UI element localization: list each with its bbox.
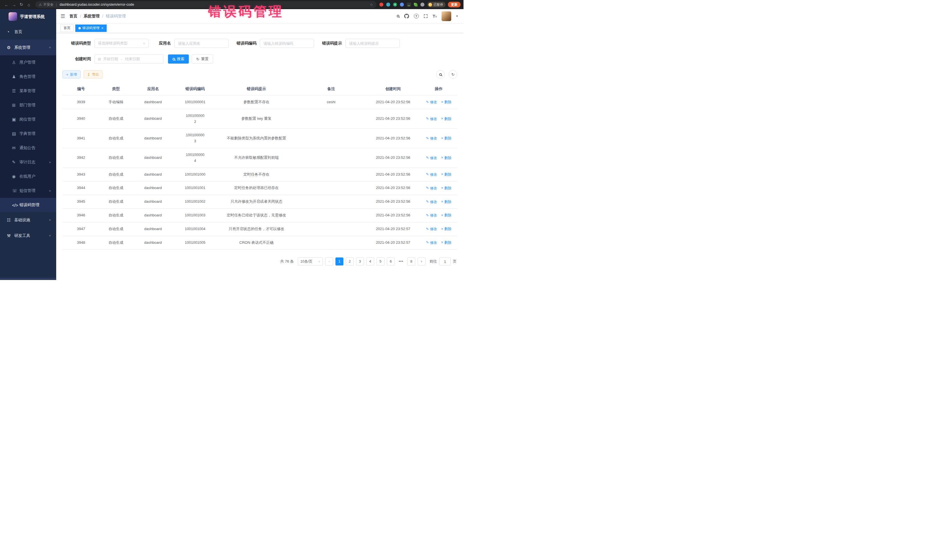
table-row: 3944 自动生成 dashboard 1001001001 定时任务的处理器已… [62, 181, 457, 195]
edit-link[interactable]: ✎ 修改 [426, 155, 437, 161]
app-logo[interactable]: 芋道管理系统 [0, 9, 56, 24]
delete-link[interactable]: × 删除 [441, 226, 451, 232]
delete-link[interactable]: × 删除 [441, 155, 451, 161]
delete-link[interactable]: × 删除 [441, 212, 451, 218]
cell-code: 1001000001 [174, 96, 216, 109]
page-button[interactable]: 5 [377, 258, 384, 266]
refresh-table-button[interactable]: ↻ [449, 70, 457, 79]
chevron-down-icon[interactable]: ▾ [456, 14, 458, 18]
address-bar[interactable]: ⚠ 不安全 | dashboard.yudao.iocoder.cn/syste… [35, 1, 377, 8]
extension-drop-icon[interactable] [386, 3, 390, 6]
sidebar-item[interactable]: ⊞ 部门管理 [0, 98, 56, 112]
sidebar-collapse-bar[interactable] [0, 278, 56, 280]
delete-link[interactable]: × 删除 [441, 240, 451, 246]
sidebar-item[interactable]: ☷ 基础设施 ∨ [0, 212, 56, 228]
extension-pin-icon[interactable] [421, 3, 424, 6]
export-button[interactable]: ↧ 导出 [84, 70, 103, 78]
sidebar-item[interactable]: </> 错误码管理 [0, 198, 56, 212]
breadcrumb-system[interactable]: 系统管理 [84, 14, 100, 19]
sidebar-item[interactable]: ♙ 用户管理 [0, 55, 56, 70]
tab-home[interactable]: 首页 [61, 24, 74, 32]
sidebar-item[interactable]: ▤ 字典管理 [0, 127, 56, 141]
error-type-select[interactable]: 请选择错误码类型 ∨ [94, 39, 149, 48]
page-button[interactable]: 2 [346, 258, 354, 266]
tab-close-icon[interactable]: × [101, 26, 103, 30]
hamburger-icon[interactable]: ☰ [61, 13, 65, 20]
tab-error-code[interactable]: 错误码管理 × [75, 24, 107, 32]
sidebar-item[interactable]: ◔ 首页 [0, 24, 56, 39]
delete-link[interactable]: × 删除 [441, 116, 451, 122]
delete-label: 删除 [444, 199, 451, 205]
page-button[interactable]: 1 [336, 258, 343, 266]
extension-people-icon[interactable] [400, 3, 404, 6]
github-icon[interactable] [404, 14, 409, 18]
edit-link[interactable]: ✎ 修改 [426, 212, 437, 218]
page-buttons: 123456•••8 [336, 258, 415, 266]
help-icon[interactable]: ? [414, 14, 419, 18]
sidebar-item[interactable]: ☏ 短信管理 ∨ [0, 184, 56, 198]
page-button[interactable]: 4 [366, 258, 374, 266]
sidebar-item[interactable]: ◉ 在线用户 [0, 169, 56, 184]
page-button[interactable]: ••• [397, 258, 405, 266]
user-avatar[interactable] [442, 11, 451, 21]
delete-link[interactable]: × 删除 [441, 185, 451, 191]
app-title: 芋道管理系统 [20, 14, 45, 20]
sidebar-item[interactable]: ☰ 菜单管理 [0, 84, 56, 98]
search-button[interactable]: 搜索 [168, 55, 189, 64]
edit-link[interactable]: ✎ 修改 [426, 135, 437, 141]
add-button[interactable]: + 新增 [62, 70, 81, 78]
edit-link[interactable]: ✎ 修改 [426, 226, 437, 232]
error-code-input[interactable] [260, 39, 314, 48]
browser-forward-icon[interactable]: → [10, 2, 18, 7]
sidebar-item-icon: ⚙ [7, 45, 14, 50]
font-size-icon[interactable]: TT [433, 14, 437, 18]
extension-record-icon[interactable] [379, 3, 383, 6]
extension-on-icon[interactable]: on [407, 3, 411, 6]
fullscreen-icon[interactable] [424, 14, 428, 18]
app-name-input[interactable] [174, 39, 228, 48]
edit-link[interactable]: ✎ 修改 [426, 199, 437, 205]
edit-link[interactable]: ✎ 修改 [426, 99, 437, 105]
breadcrumb-home[interactable]: 首页 [69, 14, 77, 19]
bookmark-star-icon[interactable]: ☆ [370, 3, 373, 7]
delete-link[interactable]: × 删除 [441, 135, 451, 141]
column-header: 错误码编码 [174, 83, 216, 96]
page-button[interactable]: 8 [407, 258, 415, 266]
prev-page-button[interactable]: ‹ [325, 258, 333, 266]
browser-reload-icon[interactable]: ↻ [18, 2, 25, 7]
sidebar-item[interactable]: ▣ 岗位管理 [0, 112, 56, 127]
edit-link[interactable]: ✎ 修改 [426, 171, 437, 178]
error-msg-input[interactable] [345, 39, 400, 48]
browser-back-icon[interactable]: ← [3, 2, 10, 7]
add-button-label: 新增 [70, 72, 77, 77]
profile-paused-badge[interactable]: 已暂停 [427, 2, 445, 8]
cell-remark [296, 236, 366, 249]
sidebar-item[interactable]: ✎ 审计日志 ∨ [0, 155, 56, 169]
page-button[interactable]: 6 [387, 258, 395, 266]
delete-link[interactable]: × 删除 [441, 171, 451, 178]
sidebar-item[interactable]: ✉ 通知公告 [0, 141, 56, 155]
create-time-range-picker[interactable]: ⊞ 开始日期 - 结束日期 [94, 55, 163, 64]
cell-app: dashboard [132, 148, 174, 168]
search-icon[interactable] [397, 15, 399, 17]
delete-link[interactable]: × 删除 [441, 199, 451, 205]
goto-page-input[interactable] [439, 258, 451, 266]
toggle-search-button[interactable] [436, 70, 445, 79]
page-button[interactable]: 3 [356, 258, 364, 266]
delete-link[interactable]: × 删除 [441, 99, 451, 105]
sidebar-item[interactable]: ⚙ 系统管理 ∧ [0, 39, 56, 55]
edit-link[interactable]: ✎ 修改 [426, 240, 437, 246]
extension-leaf-icon[interactable] [414, 3, 418, 6]
next-page-button[interactable]: › [418, 258, 426, 266]
browser-home-icon[interactable]: ⌂ [25, 2, 32, 7]
sidebar-item[interactable]: ♟ 角色管理 [0, 70, 56, 84]
extension-v-icon[interactable]: V [393, 3, 397, 6]
edit-link[interactable]: ✎ 修改 [426, 185, 437, 191]
reset-button[interactable]: ↻ 重置 [191, 55, 213, 64]
page-size-select[interactable]: 10条/页 ∨ [298, 258, 323, 266]
browser-update-button[interactable]: 更新 [448, 2, 460, 8]
sidebar-item[interactable]: ⚒ 研发工具 ∨ [0, 228, 56, 243]
cell-create-time: 2021-04-20 23:52:56 [366, 208, 420, 222]
edit-link[interactable]: ✎ 修改 [426, 116, 437, 122]
cell-actions: ✎ 修改 × 删除 [420, 208, 457, 222]
